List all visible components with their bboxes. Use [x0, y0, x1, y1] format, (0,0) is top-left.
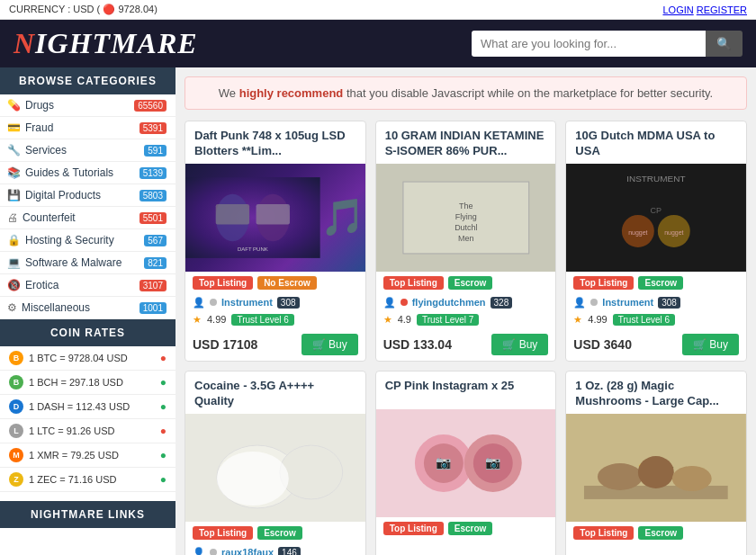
sidebar-count-digital: 5803: [140, 190, 166, 201]
top-listing-badge-5: Top Listing: [383, 522, 444, 535]
btc-rate: 1 BTC = 9728.04 USD: [29, 353, 128, 363]
xmr-icon: M: [9, 448, 23, 462]
digital-icon: 💾: [7, 189, 21, 201]
search-input[interactable]: [472, 31, 706, 57]
escrow-badge-4: Escrow: [257, 526, 302, 540]
dash-icon: D: [9, 399, 23, 414]
product-card-2: 10 GRAM INDIAN KETAMINE S-ISOMER 86% PUR…: [375, 121, 557, 362]
svg-text:DAFT PUNK: DAFT PUNK: [238, 246, 268, 252]
services-icon: 🔧: [7, 144, 21, 157]
svg-point-35: [672, 466, 712, 491]
sidebar-item-misc[interactable]: ⚙ Miscellaneous 1001: [0, 297, 176, 319]
sidebar-count-drugs: 65560: [134, 100, 166, 112]
seller-dot-1: [210, 299, 217, 306]
svg-text:CP: CP: [651, 206, 662, 215]
sidebar-item-erotica[interactable]: 🔞 Erotica 3107: [0, 274, 176, 297]
product-card-1: Daft Punk 748 x 105ug LSD Blotters **Lim…: [184, 121, 366, 362]
seller-row-2: 👤 flyingdutchmen 328: [376, 294, 556, 311]
stars-1: ★: [193, 314, 202, 326]
price-row-2: USD 133.04 🛒 Buy: [376, 328, 556, 361]
product-badges-3: Top Listing Escrow: [566, 272, 746, 294]
bch-change: ●: [160, 376, 166, 389]
sidebar-item-fraud[interactable]: 💳 Fraud 5391: [0, 117, 176, 139]
svg-text:Men: Men: [458, 234, 473, 243]
buy-button-1[interactable]: 🛒 Buy: [302, 334, 358, 355]
sidebar-item-services[interactable]: 🔧 Services 591: [0, 139, 176, 162]
svg-text:nugget: nugget: [664, 229, 683, 237]
sidebar-count-services: 591: [144, 145, 166, 157]
main-content: We highly recommend that you disable Jav…: [176, 67, 756, 555]
sidebar-item-drugs[interactable]: 💊 Drugs 65560: [0, 94, 176, 117]
product-title-3: 10G Dutch MDMA USA to USA: [566, 121, 746, 164]
guides-icon: 📚: [7, 166, 21, 179]
product-title-2: 10 GRAM INDIAN KETAMINE S-ISOMER 86% PUR…: [376, 121, 556, 164]
drugs-icon: 💊: [7, 99, 21, 112]
top-listing-badge-4: Top Listing: [193, 526, 253, 540]
sidebar-item-counterfeit[interactable]: 🖨 Counterfeit 5501: [0, 207, 176, 229]
sidebar-count-software: 821: [144, 257, 166, 269]
price-3: USD 3640: [573, 337, 632, 352]
seller-dot-2: [400, 299, 408, 306]
header: NIGHTMARE 🔍: [0, 20, 756, 67]
escrow-badge-3: Escrow: [638, 276, 683, 290]
login-link[interactable]: LOGIN: [662, 4, 693, 15]
product-badges-4: Top Listing Escrow: [185, 522, 365, 544]
svg-rect-4: [256, 204, 290, 224]
product-title-1: Daft Punk 748 x 105ug LSD Blotters **Lim…: [185, 121, 365, 164]
seller-row-3: 👤 Instrument 308: [566, 294, 746, 311]
sidebar: BROWSE CATEGORIES 💊 Drugs 65560 💳 Fraud …: [0, 67, 176, 555]
currency-display: CURRENCY : USD ( 🔴 9728.04): [9, 4, 158, 15]
buy-button-2[interactable]: 🛒 Buy: [491, 334, 548, 355]
sidebar-count-guides: 5139: [140, 167, 166, 179]
escrow-badge-5: Escrow: [448, 522, 493, 535]
coin-rate-zec: Z 1 ZEC = 71.16 USD ●: [0, 468, 176, 492]
seller-name-3[interactable]: Instrument: [602, 297, 653, 308]
product-card-3: 10G Dutch MDMA USA to USA INSTRUMENT CP …: [565, 121, 747, 362]
svg-text:Dutchl: Dutchl: [454, 223, 477, 232]
sidebar-label-guides: Guides & Tutorials: [25, 166, 113, 179]
product-title-4: Cocaine - 3.5G A++++ Quality: [185, 371, 365, 414]
alert-text-after: that you disable Javascript while on the…: [346, 86, 713, 100]
top-listing-badge-2: Top Listing: [383, 276, 444, 290]
sidebar-item-software[interactable]: 💻 Software & Malware 821: [0, 252, 176, 274]
cp-pink-svg: 📷 📷: [376, 409, 556, 517]
seller-dot-3: [590, 299, 598, 306]
seller-avatar-2: 👤: [383, 297, 396, 309]
svg-text:nugget: nugget: [629, 229, 648, 237]
ketamine-svg: The Flying Dutchl Men: [376, 164, 556, 272]
counterfeit-icon: 🖨: [7, 211, 18, 224]
product-badges-2: Top Listing Escrow: [376, 272, 556, 294]
mushrooms-svg: 📏 ruler: [566, 414, 746, 522]
xmr-rate: 1 XMR = 79.25 USD: [29, 450, 119, 461]
seller-name-2[interactable]: flyingdutchmen: [412, 297, 486, 308]
price-1: USD 17108: [193, 337, 257, 352]
alert-highlight: highly recommend: [239, 86, 344, 100]
sidebar-item-guides[interactable]: 📚 Guides & Tutorials 5139: [0, 162, 176, 184]
alert-banner: We highly recommend that you disable Jav…: [184, 76, 747, 110]
sidebar-label-drugs: Drugs: [25, 99, 54, 112]
coin-rate-dash: D 1 DASH = 112.43 USD ●: [0, 395, 176, 419]
bch-rate: 1 BCH = 297.18 USD: [29, 377, 123, 388]
zec-change: ●: [160, 473, 166, 486]
btc-icon: B: [9, 351, 23, 365]
stars-2: ★: [383, 314, 392, 326]
sidebar-count-erotica: 3107: [140, 280, 166, 291]
seller-name-4[interactable]: raux18faux: [221, 547, 274, 555]
coin-rate-xmr: M 1 XMR = 79.25 USD ●: [0, 443, 176, 468]
product-image-3: INSTRUMENT CP nugget nugget: [566, 164, 746, 272]
sidebar-item-hosting[interactable]: 🔒 Hosting & Security 567: [0, 229, 176, 252]
buy-button-3[interactable]: 🛒 Buy: [682, 334, 739, 355]
seller-name-1[interactable]: Instrument: [221, 297, 273, 308]
product-badges-5: Top Listing Escrow: [376, 517, 556, 540]
svg-point-33: [598, 463, 643, 490]
register-link[interactable]: REGISTER: [697, 4, 747, 15]
btc-change: ●: [160, 352, 166, 364]
sidebar-item-digital[interactable]: 💾 Digital Products 5803: [0, 184, 176, 207]
sidebar-label-hosting: Hosting & Security: [25, 234, 114, 246]
rating-value-1: 4.99: [207, 314, 226, 325]
cocaine-svg: [185, 414, 365, 522]
erotica-icon: 🔞: [7, 279, 21, 291]
seller-score-4: 146: [278, 547, 301, 555]
search-button[interactable]: 🔍: [706, 31, 742, 57]
logo-n: NIGHTMARE: [14, 27, 198, 59]
